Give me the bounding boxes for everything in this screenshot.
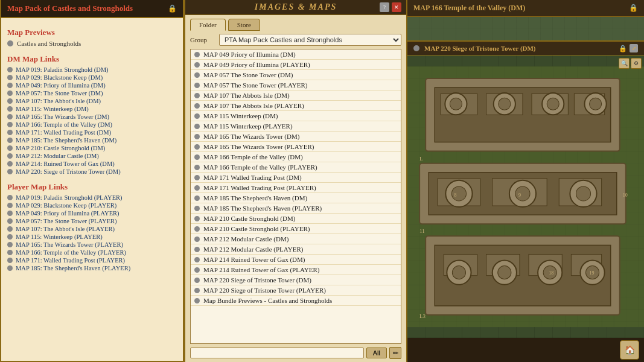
player-link-item[interactable]: MAP 171: Walled Trading Post (PLAYER) <box>7 257 177 264</box>
center-list-item[interactable]: MAP 107 The Abbots Isle (PLAYER) <box>191 101 401 111</box>
list-item-dot <box>194 113 200 119</box>
center-list-item[interactable]: MAP 115 Winterkeep (DM) <box>191 111 401 121</box>
center-list-item[interactable]: MAP 165 The Wizards Tower (DM) <box>191 132 401 142</box>
svg-point-15 <box>590 98 602 110</box>
center-list-item[interactable]: MAP 057 The Stone Tower (PLAYER) <box>191 80 401 91</box>
list-item-label: MAP 212 Modular Castle (PLAYER) <box>203 246 303 253</box>
dm-link-dot <box>7 75 13 80</box>
list-item-label: MAP 210 Castle Stronghold (PLAYER) <box>203 225 310 232</box>
dm-link-label: MAP 185: The Shepherd's Haven (DM) <box>16 137 116 144</box>
center-list-item[interactable]: MAP 115 Winterkeep (PLAYER) <box>191 121 401 132</box>
tabs-row: Folder Store <box>185 15 406 31</box>
top-map-area <box>407 17 644 41</box>
center-list-item[interactable]: MAP 220 Siege of Tristone Tower (DM) <box>191 275 401 285</box>
home-button[interactable]: 🏠 <box>620 340 639 360</box>
center-bottom: All ✏ <box>185 344 406 362</box>
search-input[interactable] <box>190 348 364 358</box>
dm-link-item[interactable]: MAP 029: Blackstone Keep (DM) <box>7 74 177 81</box>
dm-link-item[interactable]: MAP 057: The Stone Tower (DM) <box>7 90 177 97</box>
center-list-item[interactable]: MAP 185 The Shepherd's Haven (DM) <box>191 193 401 203</box>
center-list-item[interactable]: MAP 214 Ruined Tower of Gax (DM) <box>191 255 401 265</box>
player-link-item[interactable]: MAP 165: The Wizards Tower (PLAYER) <box>7 241 177 248</box>
list-item-dot <box>194 185 200 191</box>
player-link-item[interactable]: MAP 057: The Stone Tower (PLAYER) <box>7 218 177 224</box>
dm-link-item[interactable]: MAP 115: Winterkeep (DM) <box>7 106 177 112</box>
store-tab[interactable]: Store <box>228 19 260 31</box>
dm-link-item[interactable]: MAP 165: The Wizards Tower (DM) <box>7 113 177 120</box>
bottom-lock-icon: 🔒 <box>619 45 627 52</box>
dm-link-item[interactable]: MAP 212: Modular Castle (DM) <box>7 153 177 159</box>
svg-text:9: 9 <box>518 192 521 198</box>
map-preview-item: Castles and Strongholds <box>7 40 177 47</box>
center-list-item[interactable]: Map Bundle Previews - Castles and Strong… <box>191 296 401 306</box>
player-link-item[interactable]: MAP 185: The Shepherd's Haven (PLAYER) <box>7 265 177 272</box>
player-link-item[interactable]: MAP 049: Priory of Illumina (PLAYER) <box>7 210 177 217</box>
center-list-item[interactable]: MAP 220 Siege of Tristone Tower (PLAYER) <box>191 285 401 296</box>
player-link-item[interactable]: MAP 029: Blackstone Keep (PLAYER) <box>7 202 177 209</box>
list-item-label: MAP 115 Winterkeep (PLAYER) <box>203 122 293 130</box>
dm-link-item[interactable]: MAP 171: Walled Trading Post (DM) <box>7 129 177 136</box>
svg-text:L: L <box>419 156 423 162</box>
dm-link-item[interactable]: MAP 185: The Shepherd's Haven (DM) <box>7 137 177 144</box>
dm-link-dot <box>7 169 13 174</box>
center-list-item[interactable]: MAP 049 Priory of Illumina (DM) <box>191 49 401 60</box>
all-button[interactable]: All <box>366 348 387 358</box>
svg-point-37 <box>452 266 465 279</box>
dm-link-dot <box>7 83 13 88</box>
center-list-item[interactable]: MAP 210 Castle Stronghold (PLAYER) <box>191 224 401 234</box>
dm-link-item[interactable]: MAP 210: Castle Stronghold (DM) <box>7 145 177 151</box>
list-item-label: MAP 165 The Wizards Tower (DM) <box>203 133 299 140</box>
list-item-dot <box>194 165 200 170</box>
preview-dot <box>7 40 13 46</box>
list-item-label: MAP 214 Ruined Tower of Gax (DM) <box>203 256 305 263</box>
center-list-item[interactable]: MAP 165 The Wizards Tower (PLAYER) <box>191 142 401 152</box>
center-list-item[interactable]: MAP 057 The Stone Tower (DM) <box>191 70 401 80</box>
svg-text:18: 18 <box>549 270 553 276</box>
pencil-button[interactable]: ✏ <box>389 347 401 359</box>
player-link-dot <box>7 250 13 255</box>
group-select[interactable]: PTA Map Pack Castles and Strongholds <box>219 34 401 46</box>
left-panel-content: Map Previews Castles and Strongholds DM … <box>1 18 183 361</box>
dm-link-label: MAP 212: Modular Castle (DM) <box>16 153 99 159</box>
svg-point-12 <box>450 98 462 110</box>
center-list-item[interactable]: MAP 171 Walled Trading Post (DM) <box>191 173 401 183</box>
list-item-label: Map Bundle Previews - Castles and Strong… <box>203 297 332 304</box>
center-list-item[interactable]: MAP 107 The Abbots Isle (DM) <box>191 91 401 101</box>
center-list-item[interactable]: MAP 171 Walled Trading Post (PLAYER) <box>191 183 401 193</box>
center-list-item[interactable]: MAP 212 Modular Castle (PLAYER) <box>191 244 401 255</box>
settings-tool-button[interactable]: ⚙ <box>631 58 642 69</box>
dm-link-item[interactable]: MAP 049: Priory of Illumina (DM) <box>7 82 177 89</box>
bottom-map-dot <box>413 45 419 51</box>
center-list-item[interactable]: MAP 049 Priory of Illumina (PLAYER) <box>191 60 401 70</box>
list-item-dot <box>194 247 200 252</box>
player-link-item[interactable]: MAP 115: Winterkeep (PLAYER) <box>7 233 177 240</box>
dm-link-item[interactable]: MAP 220: Siege of Tristone Tower (DM) <box>7 168 177 175</box>
help-button[interactable]: ? <box>380 2 389 12</box>
left-panel-title: Map Pack of Castles and Strongholds <box>7 4 133 13</box>
player-link-item[interactable]: MAP 166: Temple of the Valley (PLAYER) <box>7 249 177 256</box>
group-label: Group <box>190 36 214 43</box>
close-button[interactable]: ✕ <box>392 2 401 12</box>
center-list-item[interactable]: MAP 166 Temple of the Valley (PLAYER) <box>191 162 401 173</box>
player-link-label: MAP 171: Walled Trading Post (PLAYER) <box>16 257 125 264</box>
center-list-item[interactable]: MAP 214 Ruined Tower of Gax (PLAYER) <box>191 265 401 275</box>
top-lock-icon: 🔒 <box>629 4 638 13</box>
dm-link-item[interactable]: MAP 107: The Abbot's Isle (DM) <box>7 98 177 104</box>
dm-link-item[interactable]: MAP 019: Paladin Stronghold (DM) <box>7 66 177 73</box>
dm-link-item[interactable]: MAP 214: Ruined Tower of Gax (DM) <box>7 160 177 167</box>
list-item-dot <box>194 144 200 150</box>
player-link-item[interactable]: MAP 019: Paladin Stronghold (PLAYER) <box>7 194 177 201</box>
center-list-item[interactable]: MAP 212 Modular Castle (DM) <box>191 234 401 244</box>
dm-link-dot <box>7 114 13 119</box>
expand-button[interactable]: ⤢ <box>630 44 638 52</box>
folder-tab[interactable]: Folder <box>190 19 226 31</box>
svg-text:19: 19 <box>590 270 595 276</box>
player-link-label: MAP 115: Winterkeep (PLAYER) <box>16 233 103 240</box>
center-list-item[interactable]: MAP 185 The Shepherd's Haven (PLAYER) <box>191 203 401 214</box>
center-list-item[interactable]: MAP 210 Castle Stronghold (DM) <box>191 214 401 224</box>
search-tool-button[interactable]: 🔍 <box>619 58 630 69</box>
list-item-label: MAP 107 The Abbots Isle (DM) <box>203 92 290 99</box>
dm-link-item[interactable]: MAP 166: Temple of the Valley (DM) <box>7 121 177 128</box>
center-list-item[interactable]: MAP 166 Temple of the Valley (DM) <box>191 152 401 162</box>
player-link-item[interactable]: MAP 107: The Abbot's Isle (PLAYER) <box>7 226 177 232</box>
